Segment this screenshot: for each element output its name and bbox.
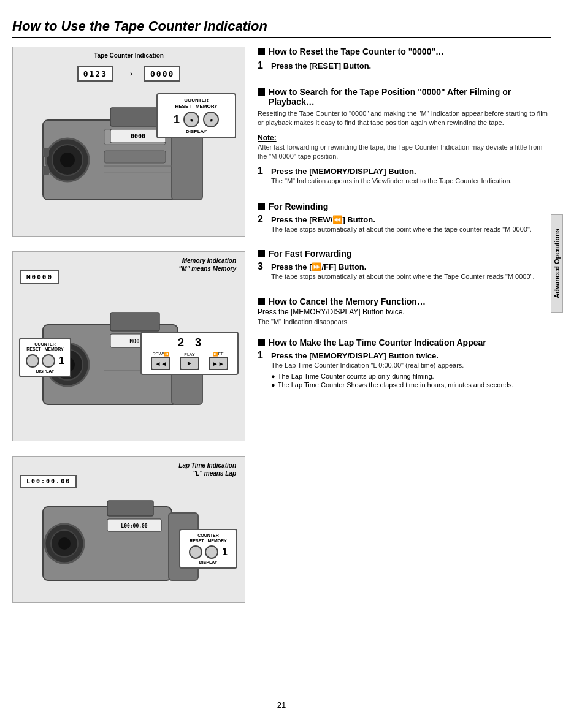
btn-rew-icon: ◄◄ (151, 357, 170, 370)
left-column: Tape Counter Indication 0123 → 0000 (12, 47, 245, 694)
btn-controls-row: 2 3 (147, 336, 232, 349)
step-rewind-2-heading: 2 Press the [REW/⏪] Button. (258, 214, 551, 225)
section-square-cancel (258, 298, 265, 305)
svg-rect-12 (43, 148, 49, 157)
btn-label-mid-left: COUNTERRESET MEMORY (24, 342, 66, 352)
btn-row-top: 1 ◉ ◉ (163, 112, 230, 127)
step-2-num: 2 (178, 336, 184, 349)
btn-circle-reset (26, 354, 39, 368)
step-rewind-2-detail: The tape stops automatically at about th… (271, 225, 551, 234)
counter-to: 0000 (144, 66, 180, 82)
tape-counter-label: Tape Counter Indication (94, 52, 164, 59)
step-reset-1-text: Press the [RESET] Button. (271, 61, 371, 70)
step-ff-3: 3 Press the [⏩/FF] Button. The tape stop… (258, 261, 551, 281)
step-search-1-detail: The "M" Indication appears in the Viewfi… (271, 176, 551, 186)
step-rewind-2-text: Press the [REW/⏪] Button. (271, 215, 375, 224)
page-title: How to Use the Tape Counter Indication (12, 18, 551, 38)
right-column: How to Reset the Tape Counter to "0000"…… (251, 47, 551, 694)
section-cancel-header: How to Cancel the Memory Function… (258, 297, 551, 306)
svg-point-26 (58, 537, 71, 550)
svg-rect-13 (43, 166, 49, 175)
lap-display: L00:00.00 (20, 475, 77, 488)
btn-row-bot: 1 (184, 545, 232, 559)
svg-rect-6 (172, 132, 202, 200)
ff-label: ⏩FF ►► (209, 352, 228, 370)
section-reset-title: How to Reset the Tape Counter to "0000"… (269, 47, 444, 56)
note-label: Note: (258, 134, 277, 142)
step-search-1-heading: 1 Press the [MEMORY/DISPLAY] Button. (258, 165, 551, 176)
step-reset-1-heading: 1 Press the [RESET] Button. (258, 60, 551, 71)
btn-icons-row: REW/⏪ ◄◄ PLAY ► ⏩FF ►► (147, 352, 232, 370)
lap-label: Lap Time Indication "L" means Lap (178, 461, 236, 477)
section-ff-title: For Fast Forwarding (269, 249, 351, 259)
button-diagram-top: COUNTERRESET MEMORY 1 ◉ ◉ DISPLAY (156, 93, 236, 138)
step-ff-3-detail: The tape stops automatically at about th… (271, 272, 551, 281)
section-square-search (258, 88, 265, 96)
btn-display-label: DISPLAY (163, 129, 230, 134)
diagram-bot: Lap Time Indication "L" means Lap L00:00… (12, 456, 245, 603)
counters-row: 0123 → 0000 (19, 66, 239, 82)
step-1-bot: 1 (222, 547, 228, 558)
diagram-mid: Memory Indication "M" means Memory M0000 (12, 251, 245, 441)
rew-label: REW/⏪ ◄◄ (151, 352, 170, 370)
section-search: How to Search for the Tape Position "000… (258, 87, 551, 189)
page: How to Use the Tape Counter Indication T… (0, 0, 563, 728)
memory-label: Memory Indication "M" means Memory (179, 257, 236, 273)
display-label-mid: DISPLAY (24, 369, 66, 373)
section-reset: How to Reset the Tape Counter to "0000"…… (258, 47, 551, 75)
btn-memory-circle: ◉ (203, 112, 219, 127)
btn-circle-bot-1 (189, 545, 202, 559)
step-3-num: 3 (195, 336, 201, 349)
memory-display: M0000 (20, 270, 59, 284)
section-lap-title: How to Make the Lap Time Counter Indicat… (269, 338, 486, 347)
side-tab-label: Advanced Operations (553, 229, 561, 298)
button-diagram-mid-left: COUNTERRESET MEMORY 1 DISPLAY (19, 338, 71, 377)
section-lap-header: How to Make the Lap Time Counter Indicat… (258, 338, 551, 347)
step-lap-1-detail: The Lap Time Counter Indication "L 0:00.… (271, 361, 551, 370)
play-label: PLAY ► (180, 352, 199, 370)
step-ff-3-heading: 3 Press the [⏩/FF] Button. (258, 261, 551, 272)
step-lap-1-num: 1 (258, 350, 267, 361)
svg-text:0000: 0000 (131, 133, 145, 140)
side-tab: Advanced Operations (551, 214, 563, 313)
note-box: Note: After fast-forwarding or rewinding… (258, 132, 551, 162)
svg-rect-19 (110, 313, 159, 331)
step-search-1-text: Press the [MEMORY/DISPLAY] Button. (271, 167, 416, 176)
cancel-detail: The "M" Indication disappears. (258, 317, 551, 327)
lap-bullet-1: ● The Lap Time Counter counts up only du… (271, 373, 551, 380)
step-1-mid: 1 (59, 355, 64, 366)
section-search-title: How to Search for the Tape Position "000… (269, 87, 551, 107)
step-rewind-2: 2 Press the [REW/⏪] Button. The tape sto… (258, 214, 551, 234)
svg-rect-7 (110, 108, 159, 126)
step-reset-1: 1 Press the [RESET] Button. (258, 60, 551, 71)
button-diagram-mid-right: 2 3 REW/⏪ ◄◄ PLAY ► ⏩FF (140, 332, 239, 375)
svg-rect-5 (104, 151, 166, 163)
section-lap: How to Make the Lap Time Counter Indicat… (258, 335, 551, 392)
section-rewind: For Rewinding 2 Press the [REW/⏪] Button… (258, 199, 551, 238)
cancel-text: Press the [MEMORY/DISPLAY] Button twice. (258, 308, 551, 316)
step-ff-3-text: Press the [⏩/FF] Button. (271, 262, 366, 271)
step-lap-1: 1 Press the [MEMORY/DISPLAY] Button twic… (258, 350, 551, 388)
step-lap-1-heading: 1 Press the [MEMORY/DISPLAY] Button twic… (258, 350, 551, 361)
diagram-top: Tape Counter Indication 0123 → 0000 (12, 47, 245, 237)
section-ff-header: For Fast Forwarding (258, 249, 551, 259)
arrow-icon: → (122, 66, 136, 82)
svg-rect-28 (107, 501, 153, 516)
step-lap-1-text: Press the [MEMORY/DISPLAY] Button twice. (271, 351, 439, 360)
section-reset-header: How to Reset the Tape Counter to "0000"… (258, 47, 551, 56)
btn-label-counter: COUNTERRESET MEMORY (163, 97, 230, 109)
section-ff: For Fast Forwarding 3 Press the [⏩/FF] B… (258, 246, 551, 285)
step-rewind-2-num: 2 (258, 214, 267, 225)
section-cancel: How to Cancel the Memory Function… Press… (258, 294, 551, 327)
svg-text:L00:00.00: L00:00.00 (121, 523, 148, 529)
button-diagram-bot: COUNTERRESET MEMORY 1 DISPLAY (179, 529, 237, 569)
section-rewind-header: For Rewinding (258, 202, 551, 211)
btn-label-bot: COUNTERRESET MEMORY (184, 533, 232, 544)
lap-bullet-2: ● The Lap Time Counter Shows the elapsed… (271, 381, 551, 389)
step-ff-3-num: 3 (258, 261, 267, 272)
step-reset-1-num: 1 (258, 60, 267, 71)
step-1-num: 1 (174, 113, 180, 126)
section-search-desc: Resetting the Tape Counter to "0000" and… (258, 109, 551, 128)
section-search-header: How to Search for the Tape Position "000… (258, 87, 551, 107)
btn-circle-mem (42, 354, 55, 368)
